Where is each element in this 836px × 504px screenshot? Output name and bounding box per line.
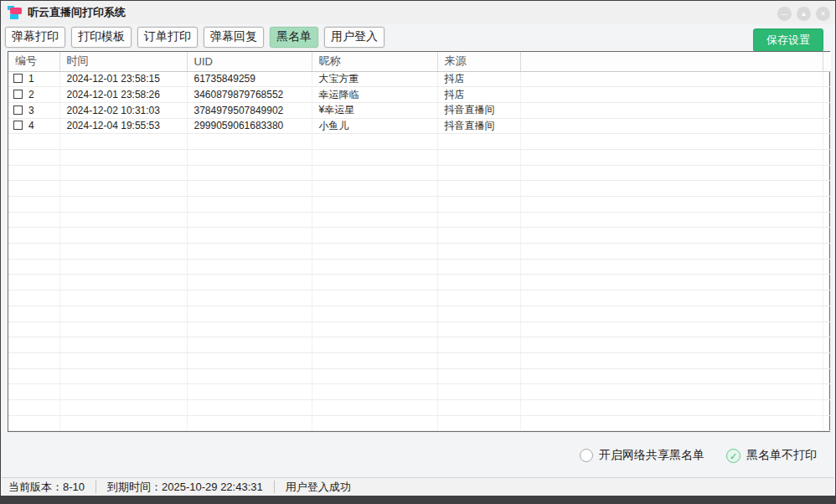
window-title: 听云直播间打印系统 [28,5,126,20]
window-bottom-edge [1,496,835,503]
blacklist-no-print-label: 黑名单不打印 [746,448,817,463]
cell-source: 抖音直播间 [437,102,520,118]
cell-uid: 3460879879768552 [187,87,312,103]
cell-uid: 3784979507849902 [187,102,312,118]
table-empty-row [8,306,831,321]
col-header-scroll [823,52,831,71]
row-number-cell: 1 [8,71,59,87]
table-empty-row [8,368,831,384]
window-controls: — ▲ ✕ [777,7,830,21]
tab-danmu-reply[interactable]: 弹幕回复 [204,27,264,48]
cell-blank [520,118,823,134]
table-empty-row [8,337,831,353]
table-empty-row [8,228,831,244]
title-bar: 听云直播间打印系统 — ▲ ✕ [1,1,835,24]
cell-source: 抖店 [437,71,520,87]
share-blacklist-option[interactable]: 开启网络共享黑名单 [580,448,704,463]
row-number-cell: 4 [8,118,59,134]
row-number-cell: 3 [8,102,59,118]
table-empty-row [8,244,831,260]
row-number-cell: 2 [8,87,59,103]
table-empty-row [8,291,831,306]
expire-time-label: 到期时间：2025-10-29 22:43:31 [96,480,274,495]
cell-time: 2024-12-04 19:55:53 [59,118,187,134]
table-empty-row [8,321,831,337]
radio-unchecked-icon[interactable] [580,449,593,462]
col-header-time[interactable]: 时间 [59,52,187,71]
tab-blacklist[interactable]: 黑名单 [270,27,318,48]
cell-nickname: 小鱼儿 [312,118,437,134]
table-empty-row [8,399,831,415]
blacklist-no-print-option[interactable]: ✓ 黑名单不打印 [726,448,817,463]
tab-print-template[interactable]: 打印模板 [71,27,132,48]
printer-app-icon [8,5,22,20]
col-header-uid[interactable]: UID [187,52,312,71]
cell-source: 抖音直播间 [437,118,520,134]
close-icon[interactable]: ✕ [816,7,830,21]
table-empty-row [8,259,831,275]
col-header-number[interactable]: 编号 [8,52,59,71]
cell-uid: 61735849259 [187,71,312,87]
cell-time: 2024-12-01 23:58:26 [59,87,187,103]
table-empty-row [8,165,831,181]
table-empty-row [8,134,831,150]
save-settings-button[interactable]: 保存设置 [753,28,823,52]
table-row[interactable]: 32024-12-02 10:31:033784979507849902¥幸运星… [8,102,831,118]
status-bar: 当前版本：8-10 到期时间：2025-10-29 22:43:31 用户登入成… [2,477,834,496]
cell-blank [520,102,823,118]
row-checkbox[interactable] [13,105,23,115]
cell-blank [823,71,831,87]
row-checkbox[interactable] [13,74,23,83]
tab-bar: 弹幕打印 打印模板 订单打印 弹幕回复 黑名单 用户登入 [5,27,384,48]
table-empty-row [8,149,831,165]
col-header-blank [520,52,823,71]
cell-source: 抖店 [437,87,520,103]
version-label: 当前版本：8-10 [2,480,95,495]
table-empty-row [8,275,831,291]
table-row[interactable]: 22024-12-01 23:58:263460879879768552幸运降临… [8,87,831,103]
cell-blank [520,87,823,103]
share-blacklist-label: 开启网络共享黑名单 [599,448,704,463]
row-checkbox[interactable] [13,90,23,99]
table-empty-row [8,352,831,368]
col-header-nickname[interactable]: 昵称 [312,52,437,71]
table-empty-row [8,197,831,213]
table-row[interactable]: 12024-12-01 23:58:1561735849259大宝方重抖店 [8,71,831,87]
blacklist-options: 开启网络共享黑名单 ✓ 黑名单不打印 [580,447,817,464]
cell-nickname: ¥幸运星 [312,102,437,118]
cell-blank [520,71,823,87]
blacklist-table: 编号 时间 UID 昵称 来源 12024-12-01 23:58:156173… [8,51,830,432]
row-checkbox[interactable] [13,121,23,130]
minimize-icon[interactable]: — [777,7,792,21]
cell-nickname: 大宝方重 [312,71,437,87]
table-row[interactable]: 42024-12-04 19:55:532999059061683380小鱼儿抖… [8,118,831,134]
cell-blank [823,87,831,103]
tab-user-login[interactable]: 用户登入 [324,27,384,48]
app-window: 听云直播间打印系统 — ▲ ✕ 弹幕打印 打印模板 订单打印 弹幕回复 黑名单 … [0,0,836,504]
check-circle-icon[interactable]: ✓ [726,449,741,463]
table-body: 12024-12-01 23:58:1561735849259大宝方重抖店220… [8,71,831,431]
tab-order-print[interactable]: 订单打印 [137,27,198,48]
table-empty-row [8,212,831,228]
col-header-source[interactable]: 来源 [437,52,520,71]
cell-time: 2024-12-02 10:31:03 [59,102,187,118]
maximize-icon[interactable]: ▲ [797,7,811,21]
cell-blank [823,102,831,118]
cell-uid: 2999059061683380 [187,118,312,134]
table-empty-row [8,384,831,400]
cell-blank [823,118,831,134]
cell-time: 2024-12-01 23:58:15 [59,71,187,87]
table-header-row: 编号 时间 UID 昵称 来源 [8,52,831,71]
cell-nickname: 幸运降临 [312,87,437,103]
tab-danmu-print[interactable]: 弹幕打印 [5,27,65,48]
table-empty-row [8,181,831,197]
table-empty-row [8,415,831,431]
login-status-label: 用户登入成功 [275,480,362,495]
